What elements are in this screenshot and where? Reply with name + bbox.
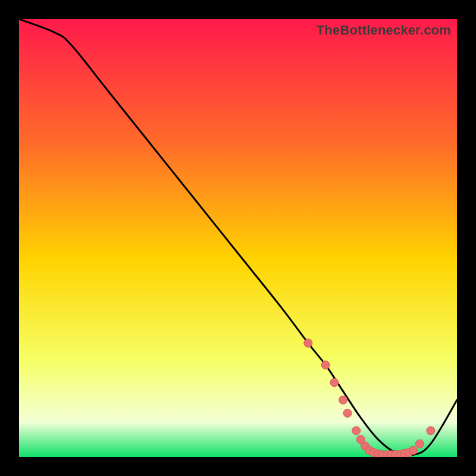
marker-point [352, 427, 361, 435]
curve-layer [19, 19, 457, 457]
marker-point [343, 409, 352, 417]
marker-point [330, 378, 339, 387]
marker-point [409, 446, 417, 455]
plot-area: TheBottlenecker.com [19, 19, 457, 457]
marker-point [304, 339, 312, 347]
bottleneck-curve [19, 19, 457, 456]
chart-stage: TheBottlenecker.com [0, 0, 476, 476]
marker-group [304, 339, 435, 457]
marker-point [427, 427, 435, 435]
marker-point [321, 361, 330, 369]
marker-point [415, 440, 424, 448]
marker-point [339, 396, 347, 404]
